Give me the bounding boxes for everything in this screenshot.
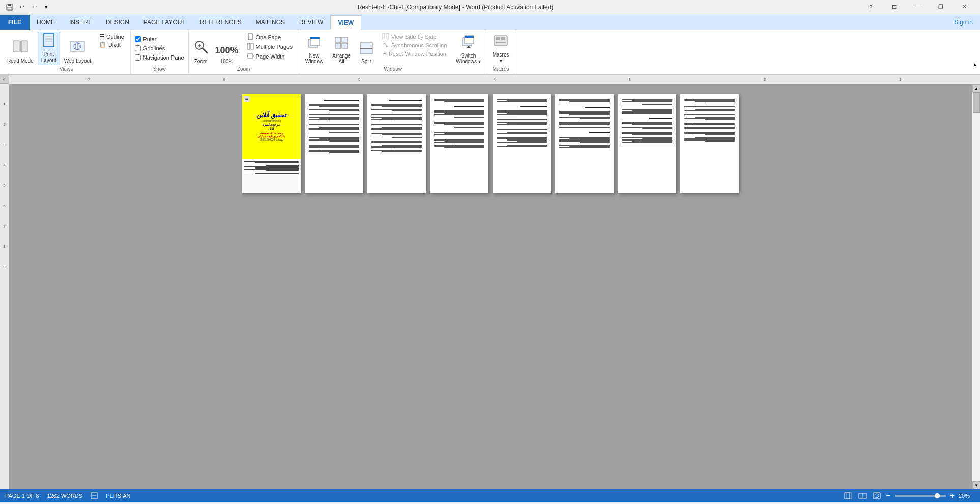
- svg-point-52: [875, 494, 879, 498]
- zoom-out-button[interactable]: −: [886, 492, 890, 500]
- full-reading-view-button[interactable]: [857, 491, 868, 501]
- tab-insert[interactable]: INSERT: [62, 15, 99, 30]
- navigation-pane-checkbox[interactable]: [135, 54, 141, 61]
- ruler-tick-6: 6: [223, 77, 225, 82]
- print-layout-button[interactable]: PrintLayout: [38, 32, 60, 65]
- v-ruler-tick-3: 3: [0, 127, 9, 147]
- arrange-all-button[interactable]: ArrangeAll: [328, 32, 355, 65]
- scroll-track[interactable]: [972, 92, 980, 481]
- zoom-slider-thumb[interactable]: [935, 493, 940, 498]
- zoom-slider[interactable]: [895, 495, 946, 497]
- svg-rect-34: [382, 33, 385, 39]
- zoom-icon: [194, 40, 208, 58]
- switch-windows-button[interactable]: SwitchWindows ▾: [452, 32, 484, 65]
- save-icon[interactable]: [4, 2, 15, 13]
- zoom-small-group: One Page Multiple Pages: [243, 32, 297, 62]
- tab-review[interactable]: REVIEW: [292, 15, 330, 30]
- split-button[interactable]: Split: [356, 32, 377, 65]
- window-group-label: Window: [301, 65, 485, 73]
- gridlines-checkbox-row[interactable]: Gridlines: [133, 45, 167, 52]
- close-button[interactable]: ✕: [953, 0, 976, 14]
- main-area: 1 2 3 4 5 6 7 8 9 📷 تحقیق آنلاین Tahghig…: [0, 84, 980, 489]
- minimize-button[interactable]: —: [906, 0, 929, 14]
- draft-button[interactable]: 📋 Draft: [97, 41, 126, 48]
- customize-quick-access-icon[interactable]: ▾: [41, 2, 52, 13]
- page-2: [305, 94, 363, 193]
- zoom-100-label: 100%: [220, 59, 234, 64]
- tab-view[interactable]: VIEW: [330, 15, 361, 30]
- view-side-by-side-button[interactable]: View Side by Side: [380, 33, 449, 41]
- v-ruler-tick-8: 8: [0, 229, 9, 249]
- scroll-down-button[interactable]: ▼: [972, 481, 980, 489]
- tab-design[interactable]: DESIGN: [99, 15, 136, 30]
- arrange-all-label: ArrangeAll: [332, 53, 351, 64]
- view-side-by-side-label: View Side by Side: [391, 34, 436, 40]
- svg-rect-2: [8, 7, 12, 10]
- page-1-content: 📷 تحقیق آنلاین Tahghighonline.ir مرجع دا…: [242, 94, 301, 193]
- tab-file[interactable]: FILE: [0, 15, 30, 30]
- scroll-up-button[interactable]: ▲: [972, 84, 980, 92]
- one-page-button[interactable]: One Page: [245, 33, 295, 42]
- window-small-group: View Side by Side Synchronous Scrolling: [378, 32, 451, 59]
- macros-group-label: Macros: [489, 65, 512, 73]
- v-ruler-tick-4: 4: [0, 147, 9, 167]
- sign-in-button[interactable]: Sign in: [947, 15, 980, 30]
- svg-rect-35: [386, 33, 389, 39]
- zoom-in-button[interactable]: +: [950, 492, 955, 500]
- undo-icon[interactable]: ↩: [16, 2, 27, 13]
- one-page-icon: [247, 33, 254, 41]
- multiple-pages-button[interactable]: Multiple Pages: [245, 42, 295, 51]
- ruler-tick-2: 2: [764, 77, 766, 82]
- ribbon-display-button[interactable]: ⊟: [882, 0, 906, 14]
- svg-rect-30: [335, 43, 341, 48]
- help-button[interactable]: ?: [859, 0, 882, 14]
- ruler-checkbox-row[interactable]: Ruler: [133, 36, 158, 43]
- v-ruler-tick-2: 2: [0, 106, 9, 127]
- views-group-label: Views: [4, 65, 128, 73]
- gridlines-checkbox[interactable]: [135, 45, 141, 51]
- svg-marker-40: [467, 46, 471, 48]
- web-layout-button[interactable]: Web Layout: [61, 32, 94, 65]
- reset-window-position-button[interactable]: ⊟ Reset Window Position: [380, 50, 449, 58]
- web-view-button[interactable]: [872, 491, 882, 501]
- restore-button[interactable]: ❐: [929, 0, 953, 14]
- tab-page-layout[interactable]: PAGE LAYOUT: [136, 15, 193, 30]
- ribbon-collapse-button[interactable]: ▲: [970, 59, 980, 69]
- window-title: Reshteh-IT-Chist [Compatibility Mode] - …: [52, 4, 859, 11]
- vertical-scrollbar[interactable]: ▲ ▼: [972, 84, 980, 489]
- ruler-checkbox[interactable]: [135, 36, 141, 42]
- svg-rect-3: [13, 41, 19, 52]
- macros-group: Macros▾ Macros: [487, 31, 515, 74]
- svg-rect-42: [496, 37, 500, 40]
- read-mode-button[interactable]: Read Mode: [4, 32, 37, 65]
- zoom-100-button[interactable]: 100% 100%: [212, 32, 242, 65]
- tab-mailings[interactable]: MAILINGS: [249, 15, 292, 30]
- outline-icon: ☰: [99, 33, 104, 40]
- page-1: 📷 تحقیق آنلاین Tahghighonline.ir مرجع دا…: [242, 94, 301, 193]
- new-window-button[interactable]: NewWindow: [301, 32, 328, 65]
- page-4: [430, 94, 488, 193]
- zoom-button[interactable]: Zoom: [191, 32, 211, 65]
- ribbon: FILE HOME INSERT DESIGN PAGE LAYOUT REFE…: [0, 14, 980, 75]
- scroll-thumb[interactable]: [973, 92, 980, 113]
- new-window-icon: [308, 37, 321, 52]
- page-5-content: [493, 94, 551, 193]
- ruler-tick-4: 4: [494, 77, 496, 82]
- page-width-button[interactable]: Page Width: [245, 52, 295, 61]
- synchronous-scrolling-button[interactable]: Synchronous Scrolling: [380, 41, 449, 49]
- tab-home[interactable]: HOME: [30, 15, 62, 30]
- draft-label: Draft: [108, 42, 121, 48]
- svg-rect-27: [310, 37, 320, 39]
- redo-icon[interactable]: ↩: [28, 2, 40, 13]
- status-bar: PAGE 1 OF 8 1262 WORDS PERSIAN − + 20%: [0, 489, 980, 502]
- zoom-percent-text: 20%: [959, 493, 975, 499]
- outline-button[interactable]: ☰ Outline: [97, 33, 126, 40]
- outline-label: Outline: [106, 34, 124, 40]
- views-group: Read Mode PrintLayout: [2, 31, 131, 74]
- macros-button[interactable]: Macros▾: [489, 32, 512, 65]
- zoom-group-label: Zoom: [191, 65, 297, 73]
- tab-references[interactable]: REFERENCES: [193, 15, 249, 30]
- navigation-pane-checkbox-row[interactable]: Navigation Pane: [133, 54, 186, 61]
- svg-rect-41: [494, 36, 507, 46]
- print-view-button[interactable]: [843, 491, 853, 501]
